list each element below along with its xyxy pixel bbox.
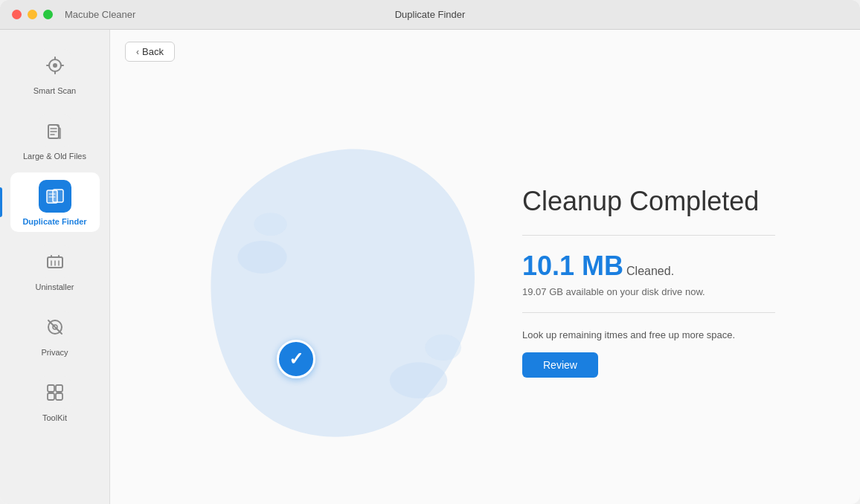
duplicate-finder-label: Duplicate Finder — [22, 217, 86, 226]
divider-2 — [522, 312, 775, 313]
smart-scan-icon — [39, 49, 71, 82]
large-old-files-label: Large & Old Files — [23, 152, 86, 161]
available-text: 19.07 GB available on your disk drive no… — [522, 286, 775, 297]
cleanup-title: Cleanup Completed — [522, 185, 775, 217]
review-button[interactable]: Review — [522, 352, 598, 378]
back-chevron-icon: ‹ — [136, 47, 139, 57]
svg-point-29 — [390, 362, 447, 398]
svg-rect-11 — [53, 190, 63, 202]
minimize-button[interactable] — [28, 10, 37, 19]
sidebar-item-privacy[interactable]: Privacy — [10, 303, 100, 363]
svg-rect-26 — [56, 393, 62, 400]
svg-rect-25 — [48, 393, 54, 400]
sidebar-item-toolkit[interactable]: ToolKit — [10, 369, 100, 428]
large-old-files-icon — [39, 114, 71, 147]
privacy-icon — [39, 311, 71, 343]
privacy-label: Privacy — [41, 348, 68, 357]
back-button-label: Back — [142, 46, 164, 57]
promo-text: Look up remaining itmes and free up more… — [522, 328, 775, 343]
sidebar-item-large-old-files[interactable]: Large & Old Files — [10, 107, 100, 167]
app-name: Macube Cleaner — [65, 9, 135, 20]
cleaned-mb-value: 10.1 MB — [522, 251, 623, 282]
cleaned-unit-label: Cleaned. — [626, 265, 674, 278]
main-content: Smart Scan Large & Old Files — [0, 30, 860, 504]
sidebar-item-duplicate-finder[interactable]: Duplicate Finder — [10, 172, 100, 232]
result-area: ✓ Cleanup Completed 10.1 MB Cleaned. 19.… — [110, 74, 860, 504]
svg-point-30 — [425, 334, 461, 360]
uninstaller-label: Uninstaller — [36, 282, 74, 291]
maximize-button[interactable] — [43, 10, 53, 19]
svg-point-27 — [237, 240, 286, 273]
back-button[interactable]: ‹ Back — [125, 42, 175, 62]
duplicate-finder-icon — [39, 180, 71, 213]
content-area: ‹ Back ✓ — [110, 30, 860, 504]
svg-rect-24 — [56, 385, 62, 392]
info-panel: Cleanup Completed 10.1 MB Cleaned. 19.07… — [522, 185, 775, 378]
sidebar: Smart Scan Large & Old Files — [0, 30, 110, 504]
uninstaller-icon — [39, 245, 71, 278]
check-badge: ✓ — [277, 340, 315, 378]
svg-rect-23 — [48, 385, 54, 392]
svg-point-1 — [53, 63, 57, 68]
svg-point-28 — [254, 213, 286, 236]
app-window: Macube Cleaner Duplicate Finder Sm — [0, 0, 860, 504]
close-button[interactable] — [12, 10, 22, 19]
title-bar: Macube Cleaner Duplicate Finder — [0, 0, 860, 30]
window-title: Duplicate Finder — [395, 9, 466, 20]
traffic-lights — [12, 10, 53, 19]
divider-1 — [522, 235, 775, 236]
sidebar-item-smart-scan[interactable]: Smart Scan — [10, 42, 100, 101]
toolkit-label: ToolKit — [42, 413, 67, 422]
toolkit-icon — [39, 376, 71, 409]
blob-background — [195, 126, 478, 438]
smart-scan-label: Smart Scan — [33, 86, 76, 95]
back-button-area: ‹ Back — [110, 30, 860, 74]
illustration: ✓ — [195, 126, 478, 438]
cleaned-amount-row: 10.1 MB Cleaned. — [522, 251, 775, 282]
sidebar-item-uninstaller[interactable]: Uninstaller — [10, 238, 100, 297]
